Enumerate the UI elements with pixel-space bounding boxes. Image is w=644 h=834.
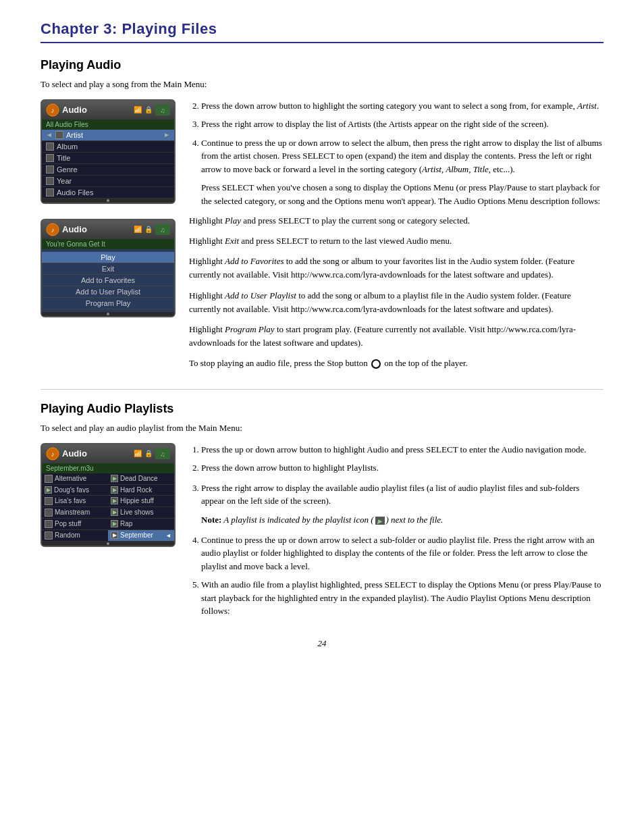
screen1-header-right: 📶 🔒 ♫ xyxy=(134,105,170,115)
screen3-body: Alternative ▶ Dead Dance ▶ Doug's favs ▶… xyxy=(42,473,174,542)
menu-item-audiofiles[interactable]: Audio Files xyxy=(42,187,174,199)
playlist-lisas-favs[interactable]: Lisa's favs xyxy=(42,496,108,507)
screen1-body: ◄ Artist ► Album Title xyxy=(42,130,174,199)
svg-text:♪: ♪ xyxy=(51,226,55,234)
alternative-folder-icon xyxy=(45,475,53,483)
playlists-intro: To select and play an audio playlist fro… xyxy=(41,421,603,435)
screen2-header-right: 📶 🔒 ♫ xyxy=(134,224,170,235)
year-folder-icon xyxy=(46,177,54,185)
dead-dance-label: Dead Dance xyxy=(120,475,158,482)
menu-item-genre[interactable]: Genre xyxy=(42,164,174,176)
audio-screen-2: ♪ Audio 📶 🔒 ♫ You're Gonna Get It xyxy=(41,219,176,317)
steps-column: Press the down arrow button to highlight… xyxy=(189,99,603,377)
audio-logo-icon-3: ♪ xyxy=(46,447,59,461)
screen2-subtitle: You're Gonna Get It xyxy=(42,239,174,249)
options-add-user-playlist-label: Add to User Playlist xyxy=(76,288,140,296)
random-folder-icon xyxy=(45,531,53,540)
playing-audio-section: ♪ Audio 📶 🔒 ♫ All Audio Files xyxy=(41,99,603,377)
options-exit[interactable]: Exit xyxy=(42,263,174,275)
step-4: Continue to press the up or down arrow t… xyxy=(201,136,603,208)
audio-screen-1: ♪ Audio 📶 🔒 ♫ All Audio Files xyxy=(41,99,176,204)
svg-text:♪: ♪ xyxy=(51,107,55,114)
hard-rock-play-icon: ▶ xyxy=(111,486,118,494)
september-play-icon: ▶ xyxy=(111,531,118,539)
chapter-title: Chapter 3: Playing Files xyxy=(41,20,603,43)
album-folder-icon xyxy=(46,142,54,151)
hippie-stuff-play-icon: ▶ xyxy=(111,497,118,504)
playlist-dougs-favs[interactable]: ▶ Doug's favs xyxy=(42,485,108,496)
playlist-dead-dance[interactable]: ▶ Dead Dance xyxy=(108,473,174,485)
screen2-body: Play Exit Add to Favorites Add to User P… xyxy=(42,249,174,312)
screen3-thumbnail: ♫ xyxy=(155,448,170,459)
screen1-footer xyxy=(42,199,174,203)
playing-audio-playlists-title: Playing Audio Playlists xyxy=(41,402,603,416)
screen1-subtitle: All Audio Files xyxy=(42,120,174,130)
mainstream-folder-icon xyxy=(45,509,53,517)
mainstream-label: Mainstream xyxy=(55,509,90,516)
svg-text:♫: ♫ xyxy=(160,226,165,234)
hippie-stuff-label: Hippie stuff xyxy=(120,497,154,504)
september-label: September xyxy=(120,531,153,539)
steps-list: Press the down arrow button to highlight… xyxy=(189,99,603,208)
screen2-footer xyxy=(42,312,174,316)
screen2-header-label: Audio xyxy=(62,224,87,234)
menu-item-year[interactable]: Year xyxy=(42,176,174,187)
lisas-favs-folder-icon xyxy=(45,497,53,505)
options-add-favorites-label: Add to Favorites xyxy=(81,276,135,284)
menu-item-title-label: Title xyxy=(57,154,70,162)
section-divider xyxy=(41,389,603,390)
playlist-hard-rock[interactable]: ▶ Hard Rock xyxy=(108,485,174,496)
options-play-label: Play xyxy=(101,253,115,261)
menu-item-album-label: Album xyxy=(57,142,78,151)
playlist-step-1: Press the up or down arrow button to hig… xyxy=(201,443,603,457)
playlist-note: Note: A playlist is indicated by the pla… xyxy=(201,513,603,527)
screen1-header: ♪ Audio 📶 🔒 ♫ xyxy=(42,101,174,120)
playlist-pop-stuff[interactable]: Pop stuff xyxy=(42,519,108,530)
playlist-september[interactable]: ▶ September ◄ xyxy=(108,530,174,542)
artist-folder-icon xyxy=(55,131,63,139)
stop-button-icon xyxy=(371,359,381,369)
step-2: Press the down arrow button to highlight… xyxy=(201,99,603,113)
playlist-random[interactable]: Random xyxy=(42,530,108,542)
options-add-favorites[interactable]: Add to Favorites xyxy=(42,275,174,286)
playlist-live-shows[interactable]: ▶ Live shows xyxy=(108,507,174,519)
genre-folder-icon xyxy=(46,165,54,174)
device-screens: ♪ Audio 📶 🔒 ♫ All Audio Files xyxy=(41,99,176,325)
screen2-signal-icon: 📶 xyxy=(134,226,142,233)
screens-column: ♪ Audio 📶 🔒 ♫ All Audio Files xyxy=(41,99,176,325)
screen3-lock-icon: 🔒 xyxy=(144,450,153,457)
highlight-program-play-text: Highlight Program Play to start program … xyxy=(189,323,603,350)
options-add-user-playlist[interactable]: Add to User Playlist xyxy=(42,286,174,298)
menu-item-artist[interactable]: ◄ Artist ► xyxy=(42,130,174,141)
playlist-mainstream[interactable]: Mainstream xyxy=(42,507,108,519)
stop-text: To stop playing an audio file, press the… xyxy=(189,357,603,370)
highlight-user-playlist-text: Highlight Add to User Playlist to add th… xyxy=(189,289,603,316)
screen2-header: ♪ Audio 📶 🔒 ♫ xyxy=(42,220,174,239)
menu-item-audiofiles-label: Audio Files xyxy=(57,188,93,197)
footer-dot-3 xyxy=(107,542,109,545)
footer-dot-2 xyxy=(107,313,109,315)
menu-item-title[interactable]: Title xyxy=(42,153,174,164)
title-folder-icon xyxy=(46,154,54,162)
lisas-favs-label: Lisa's favs xyxy=(55,497,86,504)
playlist-rap[interactable]: ▶ Rap xyxy=(108,519,174,530)
audiofiles-folder-icon xyxy=(46,188,54,197)
options-exit-label: Exit xyxy=(102,265,114,273)
screen3-footer xyxy=(42,542,174,546)
playlist-grid: Alternative ▶ Dead Dance ▶ Doug's favs ▶… xyxy=(42,473,174,542)
options-program-play-label: Program Play xyxy=(86,299,131,307)
screen1-lock-icon: 🔒 xyxy=(144,106,153,113)
highlight-exit-text: Highlight Exit and press SELECT to retur… xyxy=(189,234,603,248)
playlists-steps-column: Press the up or down arrow button to hig… xyxy=(189,443,603,625)
screen2-thumbnail: ♫ xyxy=(155,224,170,235)
highlight-play-text: Highlight Play and press SELECT to play … xyxy=(189,214,603,228)
screen2-lock-icon: 🔒 xyxy=(144,226,153,233)
options-program-play[interactable]: Program Play xyxy=(42,298,174,309)
playlist-alternative[interactable]: Alternative xyxy=(42,473,108,485)
screen3-header-label: Audio xyxy=(62,448,87,459)
page-number: 24 xyxy=(41,638,603,649)
live-shows-play-icon: ▶ xyxy=(111,509,118,516)
menu-item-album[interactable]: Album xyxy=(42,141,174,153)
playlist-hippie-stuff[interactable]: ▶ Hippie stuff xyxy=(108,496,174,507)
options-play[interactable]: Play xyxy=(42,252,174,263)
